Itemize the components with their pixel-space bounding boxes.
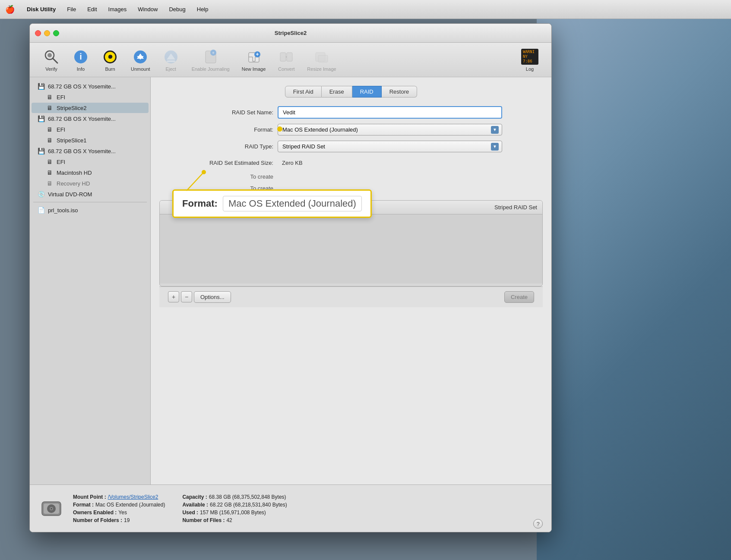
sidebar-item-dvd[interactable]: 💿 Virtual DVD-ROM [32, 189, 149, 199]
format-indicator [277, 126, 283, 134]
log-icon: WARNI NY 7:86 [521, 48, 538, 66]
convert-icon [278, 48, 295, 66]
raid-name-input[interactable] [278, 106, 502, 119]
iso-icon: 📄 [37, 207, 45, 214]
available-value: 68.22 GB (68,218,531,840 Bytes) [210, 502, 287, 508]
options-button[interactable]: Options... [194, 291, 231, 303]
sidebar-item-disk1[interactable]: 💾 68.72 GB OS X Yosemite... [32, 81, 149, 91]
close-button[interactable] [35, 30, 41, 36]
menu-window[interactable]: Window [136, 5, 159, 13]
toolbar-unmount[interactable]: Unmount [127, 47, 155, 73]
partition-icon-2: 🖥 [45, 104, 54, 111]
toolbar-log[interactable]: WARNI NY 7:86 Log [517, 47, 543, 73]
partition-icon-6: 🖥 [45, 169, 54, 176]
sidebar-item-efi1[interactable]: 🖥 EFI [32, 92, 149, 102]
toolbar-resize-image: Resize Image [303, 47, 340, 73]
sidebar-item-disk2[interactable]: 💾 68.72 GB OS X Yosemite... [32, 113, 149, 124]
mount-point-value[interactable]: /Volumes/StripeSlice2 [108, 494, 158, 500]
owners-value: Yes [118, 510, 127, 516]
menu-debug[interactable]: Debug [167, 5, 187, 13]
format-status-value: Mac OS Extended (Journaled) [95, 502, 165, 508]
sidebar-divider [33, 202, 147, 202]
sidebar-item-macintosh-hd[interactable]: 🖥 Macintosh HD [32, 167, 149, 178]
partition-icon-7: 🖥 [45, 180, 54, 187]
format-row: Format: Mac OS Extended (Journaled) ▼ [200, 124, 502, 135]
main-window: StripeSlice2 Verify i Info [29, 23, 552, 532]
tab-bar: First Aid Erase RAID Restore [159, 86, 543, 98]
tab-raid[interactable]: RAID [352, 86, 382, 98]
sidebar: 💾 68.72 GB OS X Yosemite... 🖥 EFI 🖥 Stri… [30, 77, 151, 484]
capacity-value: 68.38 GB (68,375,502,848 Bytes) [209, 494, 286, 500]
available-row: Available : 68.22 GB (68,218,531,840 Byt… [182, 502, 287, 508]
unmount-label: Unmount [131, 66, 150, 72]
remove-button[interactable]: − [181, 291, 192, 302]
tab-restore[interactable]: Restore [382, 86, 418, 98]
owners-row: Owners Enabled : Yes [73, 510, 165, 516]
minimize-button[interactable] [44, 30, 50, 36]
tab-erase[interactable]: Erase [322, 86, 352, 98]
tooltip-label: Format: [182, 198, 218, 209]
help-button[interactable]: ? [533, 519, 543, 529]
sidebar-item-prl-tools[interactable]: 📄 prl_tools.iso [32, 205, 149, 215]
estimated-size-row: RAID Set Estimated Size: Zero KB [200, 157, 502, 168]
toolbar-burn[interactable]: ☢ Burn [97, 47, 123, 73]
menu-edit[interactable]: Edit [85, 5, 98, 13]
sidebar-item-disk3[interactable]: 💾 68.72 GB OS X Yosemite... [32, 146, 149, 156]
files-key: Number of Files : [182, 517, 225, 523]
format-label: Format: [200, 126, 278, 133]
status-col-right: Capacity : 68.38 GB (68,375,502,848 Byte… [182, 494, 287, 523]
status-col-left: Mount Point : /Volumes/StripeSlice2 Form… [73, 494, 165, 523]
window-title: StripeSlice2 [275, 30, 307, 36]
svg-text:i: i [79, 52, 82, 61]
apple-menu[interactable]: 🍎 [5, 5, 15, 14]
sidebar-item-stripeslice1[interactable]: 🖥 StripeSlice1 [32, 135, 149, 145]
tab-first-aid[interactable]: First Aid [285, 86, 322, 98]
create-button[interactable]: Create [504, 291, 534, 303]
raid-type-row: RAID Type: Striped RAID Set ▼ [200, 141, 502, 152]
enable-journaling-icon: + [202, 48, 219, 66]
raid-table-col2: Striped RAID Set [351, 201, 543, 214]
capacity-row: Capacity : 68.38 GB (68,375,502,848 Byte… [182, 494, 287, 500]
svg-text:+: + [212, 50, 215, 55]
to-create-row1: To create [200, 173, 502, 180]
status-disk-icon [38, 496, 64, 522]
toolbar-new-image[interactable]: + New Image [237, 47, 270, 73]
menu-disk-utility[interactable]: Disk Utility [25, 5, 57, 13]
used-key: Used : [182, 510, 198, 516]
format-select[interactable]: Mac OS Extended (Journaled) [278, 124, 502, 135]
mount-point-key: Mount Point : [73, 494, 106, 500]
eject-icon [162, 48, 180, 66]
estimated-size-value: Zero KB [278, 157, 307, 168]
menu-file[interactable]: File [65, 5, 78, 13]
menu-images[interactable]: Images [107, 5, 129, 13]
tooltip-arrow [178, 170, 212, 192]
title-bar: StripeSlice2 [30, 24, 551, 43]
sidebar-item-efi3[interactable]: 🖥 EFI [32, 157, 149, 167]
svg-point-2 [47, 53, 52, 57]
info-icon: i [72, 48, 89, 66]
used-row: Used : 157 MB (156,971,008 Bytes) [182, 510, 287, 516]
toolbar-info[interactable]: i Info [68, 47, 94, 73]
toolbar-verify[interactable]: Verify [38, 47, 64, 73]
sidebar-item-efi2[interactable]: 🖥 EFI [32, 124, 149, 135]
partition-icon-5: 🖥 [45, 158, 54, 165]
raid-name-label: RAID Set Name: [200, 109, 278, 116]
raid-type-select[interactable]: Striped RAID Set [278, 141, 502, 152]
burn-label: Burn [105, 66, 115, 72]
format-status-key: Format : [73, 502, 94, 508]
enable-journaling-label: Enable Journaling [192, 66, 230, 72]
content-area: 💾 68.72 GB OS X Yosemite... 🖥 EFI 🖥 Stri… [30, 77, 551, 484]
verify-label: Verify [45, 66, 57, 72]
used-value: 157 MB (156,971,008 Bytes) [200, 510, 266, 516]
burn-icon: ☢ [101, 48, 119, 66]
format-tooltip: Format: Mac OS Extended (Journaled) [172, 189, 372, 218]
convert-label: Convert [278, 66, 295, 72]
svg-line-1 [53, 58, 57, 63]
raid-name-control [278, 106, 502, 119]
sidebar-item-recovery-hd[interactable]: 🖥 Recovery HD [32, 178, 149, 189]
resize-image-icon [313, 48, 330, 66]
add-button[interactable]: + [168, 291, 179, 302]
menu-help[interactable]: Help [195, 5, 210, 13]
sidebar-item-stripeslice2[interactable]: 🖥 StripeSlice2 [32, 103, 149, 113]
maximize-button[interactable] [53, 30, 59, 36]
